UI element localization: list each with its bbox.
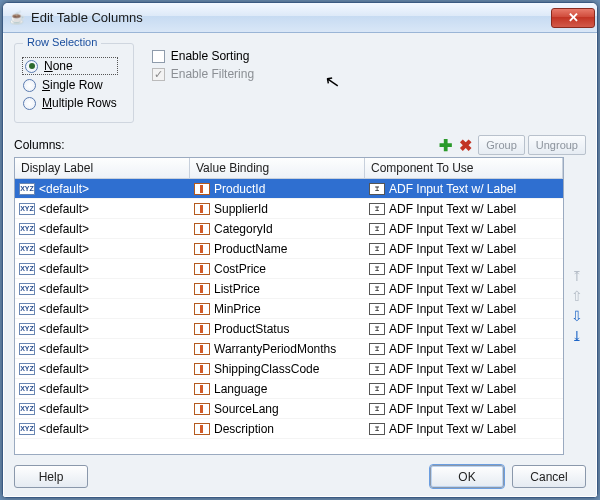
- help-button[interactable]: Help: [14, 465, 88, 488]
- reorder-buttons: ⤒ ⇧ ⇩ ⤓: [564, 157, 586, 455]
- move-top-button[interactable]: ⤒: [569, 268, 585, 284]
- row-selection-option[interactable]: None: [23, 58, 117, 74]
- component-chip-icon: ⌶: [369, 283, 385, 295]
- cell-component: ADF Input Text w/ Label: [389, 282, 516, 296]
- table-row[interactable]: XYZ<default>ProductName⌶ADF Input Text w…: [15, 239, 563, 259]
- cell-display: <default>: [39, 362, 89, 376]
- row-selection-option[interactable]: Single Row: [23, 78, 117, 92]
- cell-binding: ProductId: [214, 182, 265, 196]
- table-row[interactable]: XYZ<default>Language⌶ADF Input Text w/ L…: [15, 379, 563, 399]
- radio-icon: [23, 79, 36, 92]
- move-down-button[interactable]: ⇩: [569, 308, 585, 324]
- cell-binding: MinPrice: [214, 302, 261, 316]
- xyz-chip-icon: XYZ: [19, 423, 35, 435]
- move-up-button[interactable]: ⇧: [569, 288, 585, 304]
- table-body[interactable]: XYZ<default>ProductId⌶ADF Input Text w/ …: [15, 179, 563, 454]
- xyz-chip-icon: XYZ: [19, 183, 35, 195]
- radio-label: None: [44, 59, 73, 73]
- table-row[interactable]: XYZ<default>ListPrice⌶ADF Input Text w/ …: [15, 279, 563, 299]
- sort-filter-options: Enable Sorting ✓ Enable Filtering: [152, 43, 254, 81]
- component-chip-icon: ⌶: [369, 263, 385, 275]
- options-row: Row Selection NoneSingle RowMultiple Row…: [14, 43, 586, 123]
- radio-label: Multiple Rows: [42, 96, 117, 110]
- columns-area: Display Label Value Binding Component To…: [14, 157, 586, 455]
- xyz-chip-icon: XYZ: [19, 303, 35, 315]
- cell-display: <default>: [39, 322, 89, 336]
- enable-filtering-label: Enable Filtering: [171, 67, 254, 81]
- cell-display: <default>: [39, 422, 89, 436]
- table-header: Display Label Value Binding Component To…: [15, 158, 563, 179]
- cell-binding: CostPrice: [214, 262, 266, 276]
- xyz-chip-icon: XYZ: [19, 263, 35, 275]
- dialog-body: ↖ Row Selection NoneSingle RowMultiple R…: [3, 33, 597, 497]
- xyz-chip-icon: XYZ: [19, 203, 35, 215]
- table-row[interactable]: XYZ<default>ProductId⌶ADF Input Text w/ …: [15, 179, 563, 199]
- move-bottom-button[interactable]: ⤓: [569, 328, 585, 344]
- columns-table: Display Label Value Binding Component To…: [14, 157, 564, 455]
- enable-filtering-checkbox: ✓: [152, 68, 165, 81]
- binding-chip-icon: [194, 183, 210, 195]
- table-row[interactable]: XYZ<default>MinPrice⌶ADF Input Text w/ L…: [15, 299, 563, 319]
- enable-sorting-checkbox[interactable]: [152, 50, 165, 63]
- cell-component: ADF Input Text w/ Label: [389, 342, 516, 356]
- cell-display: <default>: [39, 402, 89, 416]
- component-chip-icon: ⌶: [369, 383, 385, 395]
- cell-display: <default>: [39, 302, 89, 316]
- titlebar: ☕ Edit Table Columns ✕: [3, 3, 597, 33]
- component-chip-icon: ⌶: [369, 403, 385, 415]
- component-chip-icon: ⌶: [369, 243, 385, 255]
- binding-chip-icon: [194, 383, 210, 395]
- add-column-button[interactable]: ✚: [435, 135, 455, 155]
- component-chip-icon: ⌶: [369, 223, 385, 235]
- binding-chip-icon: [194, 423, 210, 435]
- columns-toolbar: Columns: ✚ ✖ Group Ungroup: [14, 135, 586, 157]
- columns-label: Columns:: [14, 138, 435, 152]
- header-component[interactable]: Component To Use: [365, 158, 563, 178]
- table-row[interactable]: XYZ<default>SourceLang⌶ADF Input Text w/…: [15, 399, 563, 419]
- cell-display: <default>: [39, 282, 89, 296]
- cancel-button[interactable]: Cancel: [512, 465, 586, 488]
- ungroup-button[interactable]: Ungroup: [528, 135, 586, 155]
- xyz-chip-icon: XYZ: [19, 283, 35, 295]
- close-button[interactable]: ✕: [551, 8, 595, 28]
- cell-display: <default>: [39, 182, 89, 196]
- group-button[interactable]: Group: [478, 135, 525, 155]
- ok-button[interactable]: OK: [430, 465, 504, 488]
- table-row[interactable]: XYZ<default>SupplierId⌶ADF Input Text w/…: [15, 199, 563, 219]
- dialog-window: ☕ Edit Table Columns ✕ ↖ Row Selection N…: [2, 2, 598, 498]
- enable-sorting-row[interactable]: Enable Sorting: [152, 49, 254, 63]
- header-value-binding[interactable]: Value Binding: [190, 158, 365, 178]
- cell-component: ADF Input Text w/ Label: [389, 382, 516, 396]
- header-display-label[interactable]: Display Label: [15, 158, 190, 178]
- row-selection-option[interactable]: Multiple Rows: [23, 96, 117, 110]
- radio-icon: [25, 60, 38, 73]
- java-icon: ☕: [9, 10, 25, 26]
- cell-component: ADF Input Text w/ Label: [389, 202, 516, 216]
- cell-display: <default>: [39, 262, 89, 276]
- cell-binding: ShippingClassCode: [214, 362, 319, 376]
- window-title: Edit Table Columns: [31, 10, 551, 25]
- cell-component: ADF Input Text w/ Label: [389, 322, 516, 336]
- row-selection-legend: Row Selection: [23, 36, 101, 48]
- binding-chip-icon: [194, 223, 210, 235]
- cell-display: <default>: [39, 342, 89, 356]
- enable-sorting-label: Enable Sorting: [171, 49, 250, 63]
- table-row[interactable]: XYZ<default>Description⌶ADF Input Text w…: [15, 419, 563, 439]
- binding-chip-icon: [194, 283, 210, 295]
- component-chip-icon: ⌶: [369, 303, 385, 315]
- delete-column-button[interactable]: ✖: [455, 135, 475, 155]
- table-row[interactable]: XYZ<default>ShippingClassCode⌶ADF Input …: [15, 359, 563, 379]
- cell-display: <default>: [39, 202, 89, 216]
- cell-display: <default>: [39, 242, 89, 256]
- xyz-chip-icon: XYZ: [19, 363, 35, 375]
- table-row[interactable]: XYZ<default>CategoryId⌶ADF Input Text w/…: [15, 219, 563, 239]
- row-selection-group: Row Selection NoneSingle RowMultiple Row…: [14, 43, 134, 123]
- cell-component: ADF Input Text w/ Label: [389, 262, 516, 276]
- cell-binding: ListPrice: [214, 282, 260, 296]
- component-chip-icon: ⌶: [369, 423, 385, 435]
- table-row[interactable]: XYZ<default>CostPrice⌶ADF Input Text w/ …: [15, 259, 563, 279]
- table-row[interactable]: XYZ<default>ProductStatus⌶ADF Input Text…: [15, 319, 563, 339]
- cell-display: <default>: [39, 222, 89, 236]
- table-row[interactable]: XYZ<default>WarrantyPeriodMonths⌶ADF Inp…: [15, 339, 563, 359]
- cell-binding: ProductStatus: [214, 322, 289, 336]
